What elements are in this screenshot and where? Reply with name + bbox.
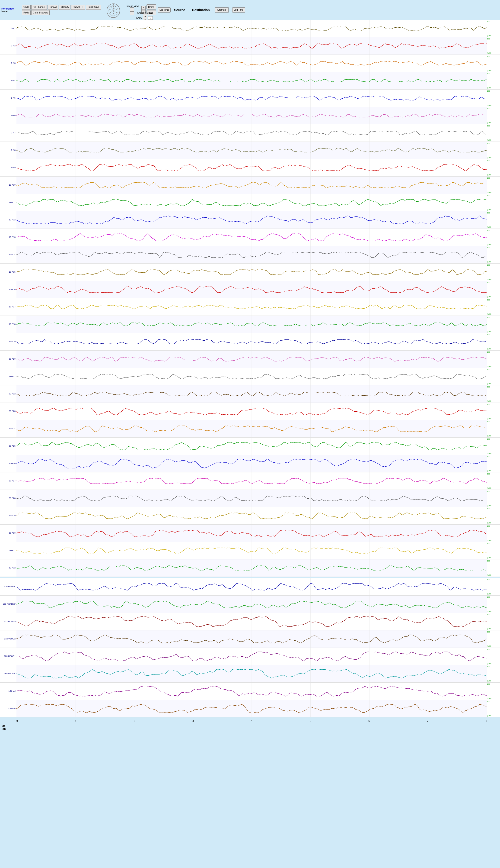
scale-bottom: (100) xyxy=(487,593,491,595)
trim-all-button[interactable]: Trim All xyxy=(47,5,58,10)
log-time-section-1: Log Time xyxy=(158,8,171,12)
undo-button[interactable]: Undo xyxy=(22,5,31,10)
scale-bottom: (100) xyxy=(487,627,491,630)
alternate-section: Alternate xyxy=(215,8,229,12)
channel-wave xyxy=(16,229,487,246)
channel-scale: 100(100) xyxy=(487,142,500,159)
scale-top: 100 xyxy=(487,368,490,370)
channel-scale: 100(100) xyxy=(487,55,500,72)
channel-wave xyxy=(16,90,487,107)
scale-top: 100 xyxy=(487,455,490,458)
reference-value: None xyxy=(1,10,8,13)
quick-save-button[interactable]: Quick Save xyxy=(86,5,101,10)
home-button[interactable]: Home xyxy=(147,4,156,10)
alternate-button[interactable]: Alternate xyxy=(215,8,229,12)
channel-wave xyxy=(16,700,487,717)
channel-wave xyxy=(16,194,487,211)
channel-row: 21-A21100(100) xyxy=(0,368,500,386)
channel-row: 19-A19100(100) xyxy=(0,333,500,350)
scale-bottom: (100) xyxy=(487,261,491,263)
channel-label: 9-A9 xyxy=(0,167,16,169)
timeline-marker: 7 xyxy=(427,720,428,722)
scale-top: 100 xyxy=(487,142,490,144)
channel-wave xyxy=(16,281,487,298)
channel-wave xyxy=(16,596,487,613)
channel-row: 13-A13100(100) xyxy=(0,229,500,246)
timeline-marker: 4 xyxy=(251,720,252,722)
log-time-button-1[interactable]: Log Time xyxy=(158,8,171,12)
channel-scale: 100(100) xyxy=(487,211,500,229)
scale-top: 100 xyxy=(487,490,490,492)
scale-top: 100 xyxy=(487,108,490,110)
scale-bottom: (100) xyxy=(487,574,491,576)
scale-bottom: (100) xyxy=(487,348,491,350)
channel-label: 14-A14 xyxy=(0,254,16,256)
time-increase-button[interactable]: + xyxy=(130,11,134,15)
scale-bottom: (100) xyxy=(487,610,491,612)
scale-top: 100 xyxy=(487,299,490,301)
channel-wave xyxy=(16,578,487,596)
scale-top: 100 xyxy=(487,20,490,22)
channel-label: 129-Left Ear xyxy=(0,586,16,588)
scale-top: 100 xyxy=(487,194,490,197)
channel-label: 15-A15 xyxy=(0,271,16,273)
channel-wave xyxy=(16,507,487,524)
scale-bottom: (100) xyxy=(487,522,491,524)
channel-label: 136-RM xyxy=(0,708,16,710)
destination-section: Destination xyxy=(192,8,210,12)
scale-top: 100 xyxy=(487,55,490,57)
nav-left-button[interactable]: ◀ xyxy=(141,6,146,10)
kill-channel-button[interactable]: Kill Channel xyxy=(31,5,47,10)
channel-scale: 100(100) xyxy=(487,490,500,507)
channel-wave xyxy=(16,559,487,577)
bottom-labels: 90 xyxy=(0,724,500,727)
scale-bottom: (100) xyxy=(487,296,491,298)
channel-wave xyxy=(16,298,487,315)
channel-scale: 100(100) xyxy=(487,281,500,298)
channel-row: 15-A15100(100) xyxy=(0,264,500,281)
scale-top: 100 xyxy=(487,90,490,92)
channel-wave xyxy=(16,455,487,472)
channel-row: 6-A6100(100) xyxy=(0,107,500,124)
scale-top: 100 xyxy=(487,212,490,214)
channel-row: 11-A11100(100) xyxy=(0,194,500,211)
magnify-button[interactable]: Magnify xyxy=(59,5,70,10)
scale-top: 100 xyxy=(487,38,490,40)
scale-bottom: (100) xyxy=(487,557,491,559)
scale-top: 100 xyxy=(487,264,490,266)
channel-wave xyxy=(16,264,487,281)
scale-bottom: (100) xyxy=(487,35,491,37)
channel-label: 13-A13 xyxy=(0,236,16,238)
toolbar-row-1: Undo Kill Channel Trim All Magnify Show … xyxy=(22,5,101,10)
redo-button[interactable]: Redo xyxy=(22,10,31,15)
scale-bottom: (100) xyxy=(487,470,491,472)
scale-bottom: (100) xyxy=(487,663,491,665)
channel-row: 28-A28100(100) xyxy=(0,490,500,507)
channel-wave xyxy=(16,211,487,229)
log-time-button-2[interactable]: Log Time xyxy=(232,8,245,12)
scale-top: 100 xyxy=(487,683,490,685)
channel-scale: 100(100) xyxy=(487,700,500,717)
channel-row: 14-A14100(100) xyxy=(0,246,500,264)
channel-row: 1-A1100(100) xyxy=(0,20,500,37)
scale-top: 100 xyxy=(487,403,490,405)
channel-label: 29-A29 xyxy=(0,515,16,517)
channel-wave xyxy=(16,159,487,176)
channel-label: 19-A19 xyxy=(0,341,16,343)
scale-top: 100 xyxy=(487,177,490,179)
time-decrease-button[interactable]: - xyxy=(130,8,134,11)
log-time-section-2: Log Time xyxy=(232,8,245,12)
channel-wave xyxy=(16,665,487,682)
time-in-view-label: Time in View xyxy=(126,5,139,8)
channel-scale: 100(100) xyxy=(487,107,500,124)
reference-label: Reference: xyxy=(1,7,15,10)
toolbar: Undo Kill Channel Trim All Magnify Show … xyxy=(22,5,101,15)
scale-bottom: (100) xyxy=(487,697,491,699)
timeline-marker: 0 xyxy=(16,720,18,722)
clear-brackets-button[interactable]: Clear Brackets xyxy=(31,10,50,15)
channel-row: 25-A25100(100) xyxy=(0,437,500,455)
scale-top: 100 xyxy=(487,229,490,231)
scale-bottom: (100) xyxy=(487,680,491,682)
chans-increase-button[interactable]: ▲ xyxy=(143,14,147,18)
show-fft-button[interactable]: Show FFT xyxy=(71,5,85,10)
